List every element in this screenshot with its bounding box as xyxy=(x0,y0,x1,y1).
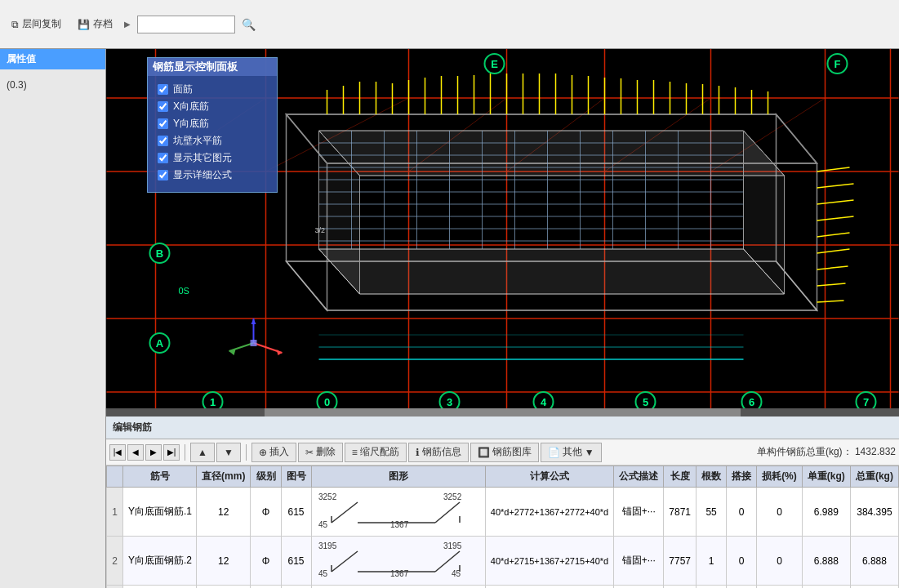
insert-button[interactable]: ⊕ 插入 xyxy=(251,443,296,462)
viewport-scrollbar[interactable] xyxy=(106,408,899,416)
svg-text:3: 3 xyxy=(447,396,452,408)
unit-weight: 6.989 xyxy=(802,488,850,537)
separator-2 xyxy=(246,444,247,461)
edit-bar-title: 编辑钢筋 xyxy=(113,421,152,434)
rebar-name: Y向底钢筋.3 xyxy=(123,586,197,589)
svg-text:6: 6 xyxy=(749,396,754,408)
count: 1 xyxy=(697,537,727,586)
edit-bar: 编辑钢筋 xyxy=(106,416,899,439)
x-bottom-rebar-checkbox[interactable] xyxy=(158,101,168,112)
viewport-scroll-thumb[interactable] xyxy=(265,408,741,416)
diameter: 12 xyxy=(197,488,251,537)
table-row[interactable]: 3 Y向底钢筋.3 12 Φ 615 2912 45 1367 2913 45 xyxy=(107,586,899,589)
library-icon: 🔲 xyxy=(478,447,490,458)
formula: 40*d+2432+1367+2432+40*d xyxy=(485,586,614,589)
col-formula: 计算公式 xyxy=(485,466,614,488)
property-value: (0.3) xyxy=(7,79,99,91)
rebar-table-container[interactable]: 筋号 直径(mm) 级别 图号 图形 计算公式 公式描述 长度 根数 搭接 损耗… xyxy=(106,466,899,588)
save-button[interactable]: 💾 存档 xyxy=(73,16,118,33)
library-button[interactable]: 🔲 钢筋图库 xyxy=(470,443,539,462)
show-other-item[interactable]: 显示其它图元 xyxy=(158,151,267,165)
unit-weight: 6.888 xyxy=(802,537,850,586)
table-row[interactable]: 2 Y向底面钢筋.2 12 Φ 615 3195 45 1367 3195 45 xyxy=(107,537,899,586)
svg-text:3/2: 3/2 xyxy=(315,226,326,234)
info-icon: ℹ xyxy=(416,447,420,458)
y-bottom-rebar-checkbox[interactable] xyxy=(158,118,168,129)
loss: 0 xyxy=(757,488,803,537)
col-total-weight: 总重(kg) xyxy=(850,466,898,488)
drawing-num: 615 xyxy=(281,586,311,589)
search-icon[interactable]: 🔍 xyxy=(242,18,256,31)
col-loss: 损耗(%) xyxy=(757,466,803,488)
drawing-num: 615 xyxy=(281,488,311,537)
rebar-toolbar: |◀ ◀ ▶ ▶| ▲ ▼ ⊕ 插入 ✂ 删除 ≡ 缩尺配筋 xyxy=(106,439,899,466)
rebar-name: Y向底面钢筋.2 xyxy=(123,537,197,586)
other-icon: 📄 xyxy=(548,447,560,458)
count: 1 xyxy=(697,586,727,589)
formula: 40*d+2772+1367+2772+40*d xyxy=(485,488,614,537)
left-panel-content: (0.3) xyxy=(0,69,105,588)
svg-text:3252: 3252 xyxy=(443,492,462,501)
search-input[interactable] xyxy=(137,16,235,33)
svg-text:5: 5 xyxy=(643,396,648,408)
down-button[interactable]: ▼ xyxy=(216,443,241,462)
drawing-num: 615 xyxy=(281,537,311,586)
info-button[interactable]: ℹ 钢筋信息 xyxy=(408,443,469,462)
face-rebar-item[interactable]: 面筋 xyxy=(158,82,267,96)
overlap: 0 xyxy=(727,586,757,589)
length: 7871 xyxy=(664,488,697,537)
insert-icon: ⊕ xyxy=(259,447,267,458)
svg-text:1367: 1367 xyxy=(390,520,409,529)
x-bottom-rebar-item[interactable]: X向底筋 xyxy=(158,100,267,114)
diameter: 12 xyxy=(197,586,251,589)
right-content: 钢筋显示控制面板 面筋 X向底筋 Y向底筋 坑壁水平筋 xyxy=(106,49,899,588)
total-weight: 6.888 xyxy=(850,537,898,586)
main-layout: 属性值 (0.3) 钢筋显示控制面板 面筋 X向底筋 Y向底筋 xyxy=(0,49,899,588)
x-bottom-rebar-label: X向底筋 xyxy=(173,100,209,114)
svg-text:0S: 0S xyxy=(179,286,189,296)
y-bottom-rebar-item[interactable]: Y向底筋 xyxy=(158,117,267,131)
count: 55 xyxy=(697,488,727,537)
grade: Φ xyxy=(251,488,281,537)
svg-text:4: 4 xyxy=(541,396,547,408)
nav-last-button[interactable]: ▶| xyxy=(163,444,180,461)
left-panel: 属性值 (0.3) xyxy=(0,49,106,588)
nav-prev-button[interactable]: ◀ xyxy=(127,444,144,461)
show-formula-checkbox[interactable] xyxy=(158,170,168,180)
copy-button[interactable]: ⧉ 层间复制 xyxy=(7,16,66,33)
table-row[interactable]: 1 Y向底面钢筋.1 12 Φ 615 3252 45 1367 3252 xyxy=(107,488,899,537)
up-button[interactable]: ▲ xyxy=(190,443,215,462)
loss: 0 xyxy=(757,586,803,589)
total-weight-value: 1432.832 xyxy=(855,446,896,457)
col-unit-weight: 单重(kg) xyxy=(802,466,850,488)
svg-line-134 xyxy=(332,551,358,572)
unit-weight: 6.386 xyxy=(802,586,850,589)
col-num xyxy=(107,466,123,488)
svg-rect-95 xyxy=(251,340,257,346)
show-other-checkbox[interactable] xyxy=(158,153,168,163)
col-grade: 级别 xyxy=(251,466,281,488)
pit-wall-rebar-checkbox[interactable] xyxy=(158,136,168,146)
left-panel-header: 属性值 xyxy=(0,49,105,69)
nav-first-button[interactable]: |◀ xyxy=(109,444,126,461)
loss: 0 xyxy=(757,537,803,586)
nav-next-button[interactable]: ▶ xyxy=(145,444,162,461)
diameter: 12 xyxy=(197,537,251,586)
show-formula-item[interactable]: 显示详细公式 xyxy=(158,168,267,182)
main-toolbar: ⧉ 层间复制 💾 存档 ▶ 🔍 xyxy=(0,0,899,49)
face-rebar-checkbox[interactable] xyxy=(158,84,168,95)
other-button[interactable]: 📄 其他 ▼ xyxy=(541,443,602,462)
formula-desc: 锚固+··· xyxy=(614,488,664,537)
pit-wall-rebar-item[interactable]: 坑壁水平筋 xyxy=(158,134,267,148)
svg-text:E: E xyxy=(491,58,498,70)
svg-text:A: A xyxy=(156,337,164,350)
col-name: 筋号 xyxy=(123,466,197,488)
copy-icon: ⧉ xyxy=(11,19,19,30)
scale-button[interactable]: ≡ 缩尺配筋 xyxy=(345,443,407,462)
show-formula-label: 显示详细公式 xyxy=(173,168,232,182)
col-diameter: 直径(mm) xyxy=(197,466,251,488)
delete-button[interactable]: ✂ 删除 xyxy=(298,443,343,462)
viewport[interactable]: 钢筋显示控制面板 面筋 X向底筋 Y向底筋 坑壁水平筋 xyxy=(106,49,899,416)
svg-line-124 xyxy=(332,502,358,523)
svg-text:3252: 3252 xyxy=(318,492,337,501)
